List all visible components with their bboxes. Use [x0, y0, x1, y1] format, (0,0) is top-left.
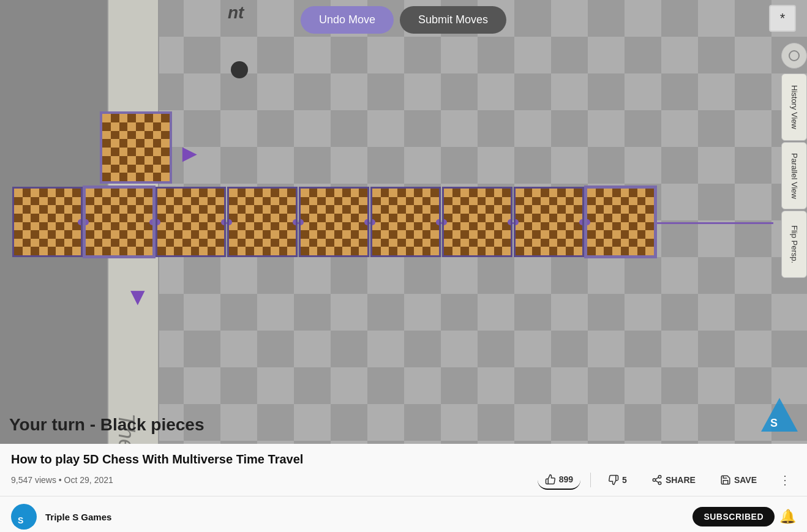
board-cell: [254, 205, 263, 214]
board-cell: [271, 222, 279, 231]
board-cell: [191, 230, 200, 239]
mini-board-grid-4: [229, 189, 296, 255]
share-button[interactable]: SHARE: [644, 471, 703, 489]
board-cell: [111, 148, 119, 156]
channel-name[interactable]: Triple S Games: [45, 512, 111, 522]
board-cell: [469, 214, 478, 222]
board-cell: [263, 189, 271, 197]
board-cell: [161, 165, 170, 173]
board-cell: [238, 205, 246, 214]
channel-avatar[interactable]: S: [11, 504, 37, 530]
save-label: SAVE: [734, 475, 757, 485]
board-cell: [229, 239, 238, 247]
video-actions: 899 5 SHARE: [538, 470, 796, 490]
save-button[interactable]: SAVE: [713, 471, 764, 489]
board-cell: [549, 189, 558, 197]
channel-logo-overlay: S: [758, 395, 801, 438]
board-cell: [64, 239, 73, 247]
board-cell: [86, 205, 94, 214]
board-cell: [486, 197, 494, 206]
connector-right-1: [78, 219, 83, 225]
board-cell: [444, 230, 452, 239]
more-options-button[interactable]: ⋮: [774, 470, 796, 490]
board-cell: [127, 122, 136, 131]
board-cell: [587, 247, 596, 255]
mini-board-2[interactable]: [84, 187, 154, 257]
board-cell: [645, 230, 654, 239]
board-cell: [566, 222, 574, 231]
mini-board-8[interactable]: [514, 187, 584, 257]
board-cell: [372, 247, 381, 255]
board-cell: [452, 197, 461, 206]
asterisk-button[interactable]: *: [769, 5, 796, 32]
board-cell: [430, 205, 439, 214]
board-cell: [502, 247, 511, 255]
circle-button[interactable]: [781, 43, 807, 69]
mini-board-5[interactable]: [299, 187, 369, 257]
board-cell: [478, 230, 486, 239]
board-cell: [153, 122, 162, 131]
board-cell: [596, 247, 604, 255]
board-cell: [127, 156, 136, 165]
board-cell: [397, 214, 406, 222]
large-board-selected[interactable]: (function() { var grid = document.queryS…: [100, 111, 172, 184]
notification-bell-button[interactable]: 🔔: [779, 509, 796, 525]
board-cell: [486, 239, 494, 247]
mini-board-7[interactable]: [442, 187, 512, 257]
dislike-button[interactable]: 5: [601, 471, 634, 489]
board-cell: [48, 239, 56, 247]
board-cell: [397, 189, 406, 197]
board-cell: [254, 222, 263, 231]
board-cell: [342, 222, 351, 231]
board-cell: [637, 239, 646, 247]
board-cell: [246, 214, 254, 222]
board-cell: [144, 239, 152, 247]
diagonal-text: The Pe: [113, 413, 139, 444]
board-cell: [372, 197, 381, 206]
board-cell: [238, 189, 246, 197]
board-cell: [102, 230, 111, 239]
submit-moves-button[interactable]: Submit Moves: [400, 6, 506, 34]
board-cell: [144, 230, 152, 239]
mini-board-4[interactable]: [227, 187, 298, 257]
flip-persp-button[interactable]: Flip Persp.: [781, 211, 807, 278]
undo-move-button[interactable]: Undo Move: [301, 6, 394, 34]
board-cell: [604, 214, 612, 222]
board-cell: [72, 205, 81, 214]
subscribe-button[interactable]: SUBSCRIBED: [693, 507, 775, 526]
board-cell: [381, 205, 389, 214]
mini-board-1[interactable]: [12, 187, 83, 257]
history-view-button[interactable]: History View: [781, 73, 807, 141]
board-cell: [452, 222, 461, 231]
share-label: SHARE: [666, 475, 696, 485]
board-cell: [596, 189, 604, 197]
svg-point-4: [653, 479, 656, 482]
like-button[interactable]: 899: [538, 470, 580, 490]
board-cell: [48, 222, 56, 231]
board-cell: [136, 239, 145, 247]
board-cell: [119, 222, 128, 231]
parallel-view-button[interactable]: Parallel View: [781, 142, 807, 209]
board-cell: [56, 205, 64, 214]
board-cell: [64, 189, 73, 197]
board-cell: [153, 148, 162, 156]
board-cell: [326, 214, 334, 222]
board-cell: [566, 239, 574, 247]
board-cell: [389, 239, 397, 247]
board-cell: [596, 197, 604, 206]
board-cell: [460, 214, 469, 222]
board-cell: [127, 173, 136, 181]
board-cell: [452, 214, 461, 222]
channel-avatar-svg: S: [11, 504, 37, 530]
board-cell: [39, 222, 48, 231]
mini-board-3[interactable]: [156, 187, 226, 257]
mini-board-9[interactable]: [585, 187, 656, 257]
board-cell: [381, 230, 389, 239]
board-cell: [157, 197, 166, 206]
board-cell: [486, 205, 494, 214]
board-cell: [127, 214, 136, 222]
board-cell: [645, 239, 654, 247]
mini-board-6[interactable]: [370, 187, 441, 257]
board-cell: [145, 122, 153, 131]
board-cell: [145, 156, 153, 165]
